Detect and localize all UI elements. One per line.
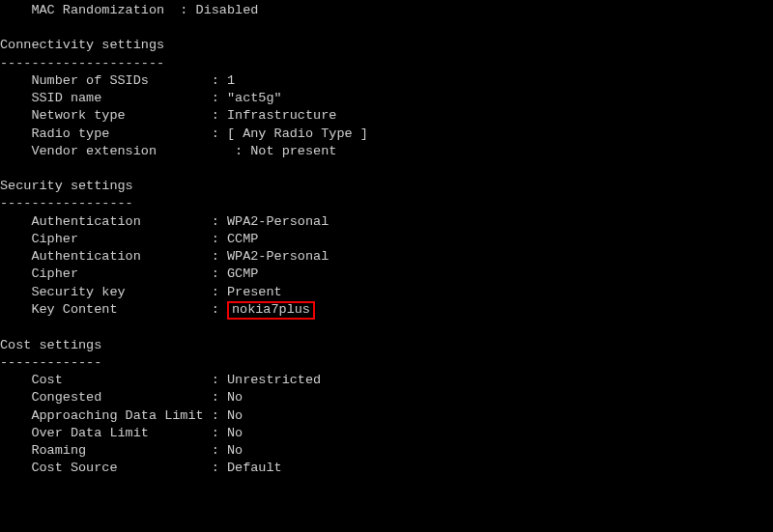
blank-line (0, 320, 773, 337)
cipher2-label: Cipher (0, 266, 212, 281)
colon: : (212, 443, 219, 458)
colon: : (212, 91, 219, 105)
approaching-row: Approaching Data Limit : No (0, 407, 773, 425)
colon: : (212, 232, 219, 246)
vendor-ext-value: Not present (243, 144, 336, 158)
key-content-label: Key Content (0, 302, 212, 317)
key-content-highlight: nokia7plus (227, 301, 315, 320)
num-ssids-value: 1 (219, 73, 235, 88)
cipher1-value: CCMP (219, 232, 259, 246)
num-ssids-label: Number of SSIDs (0, 73, 212, 88)
num-ssids-row: Number of SSIDs : 1 (0, 72, 773, 90)
auth2-value: WPA2-Personal (219, 249, 329, 264)
cost-value: Unrestricted (219, 373, 321, 387)
roaming-row: Roaming : No (0, 442, 773, 460)
connectivity-section-title: Connectivity settings (0, 38, 164, 52)
congested-value: No (219, 390, 243, 405)
over-value: No (219, 426, 243, 440)
congested-row: Congested : No (0, 389, 773, 406)
approaching-label: Approaching Data Limit (0, 408, 212, 423)
auth1-row: Authentication : WPA2-Personal (0, 213, 773, 231)
cipher1-label: Cipher (0, 232, 212, 246)
colon: : (212, 285, 219, 299)
colon: : (212, 373, 219, 387)
colon: : (212, 426, 219, 440)
blank-line (0, 19, 773, 37)
colon: : (212, 108, 219, 123)
cost-source-value: Default (219, 461, 282, 475)
auth2-label: Authentication (0, 249, 212, 264)
key-content-prefix: : (212, 302, 227, 317)
mac-randomization-row: MAC Randomization : Disabled (0, 2, 773, 19)
cost-section-dashes: ------------- (0, 355, 101, 370)
cipher2-value: GCMP (219, 266, 259, 281)
cost-source-row: Cost Source : Default (0, 460, 773, 477)
congested-label: Congested (0, 390, 212, 405)
cost-section-title: Cost settings (0, 338, 101, 352)
roaming-label: Roaming (0, 443, 212, 458)
security-section-dashes: ----------------- (0, 196, 133, 210)
ssid-name-label: SSID name (0, 91, 212, 105)
auth1-label: Authentication (0, 214, 212, 229)
cost-label: Cost (0, 373, 212, 387)
colon: : (212, 126, 219, 141)
security-key-row: Security key : Present (0, 284, 773, 301)
colon: : (212, 408, 219, 423)
vendor-ext-row: Vendor extension : Not present (0, 143, 773, 160)
connectivity-section-dashes: --------------------- (0, 56, 164, 70)
roaming-value: No (219, 443, 243, 458)
security-section-title: Security settings (0, 179, 133, 193)
colon: : (212, 390, 219, 405)
approaching-value: No (219, 408, 243, 423)
radio-type-value: [ Any Radio Type ] (219, 126, 368, 141)
colon: : (212, 73, 219, 88)
cipher1-row: Cipher : CCMP (0, 231, 773, 248)
cost-source-label: Cost Source (0, 461, 212, 475)
colon: : (212, 214, 219, 229)
blank-line (0, 160, 773, 178)
radio-type-row: Radio type : [ Any Radio Type ] (0, 126, 773, 143)
mac-rand-value: Disabled (187, 3, 258, 17)
ssid-name-value: "act5g" (219, 91, 282, 105)
network-type-label: Network type (0, 108, 212, 123)
cost-row: Cost : Unrestricted (0, 372, 773, 389)
vendor-ext-label: Vendor extension (0, 144, 235, 158)
security-key-label: Security key (0, 285, 212, 299)
key-content-value: nokia7plus (232, 302, 310, 317)
security-key-value: Present (219, 285, 282, 299)
over-row: Over Data Limit : No (0, 425, 773, 442)
auth2-row: Authentication : WPA2-Personal (0, 248, 773, 266)
network-type-row: Network type : Infrastructure (0, 107, 773, 125)
cipher2-row: Cipher : GCMP (0, 266, 773, 283)
mac-rand-label: MAC Randomization (0, 3, 180, 17)
auth1-value: WPA2-Personal (219, 214, 329, 229)
colon: : (212, 249, 219, 264)
radio-type-label: Radio type (0, 126, 212, 141)
colon: : (235, 144, 243, 158)
key-content-row: Key Content : nokia7plus (0, 301, 773, 320)
ssid-name-row: SSID name : "act5g" (0, 90, 773, 107)
over-label: Over Data Limit (0, 426, 212, 440)
colon: : (212, 266, 219, 281)
colon: : (212, 461, 219, 475)
network-type-value: Infrastructure (219, 108, 337, 123)
